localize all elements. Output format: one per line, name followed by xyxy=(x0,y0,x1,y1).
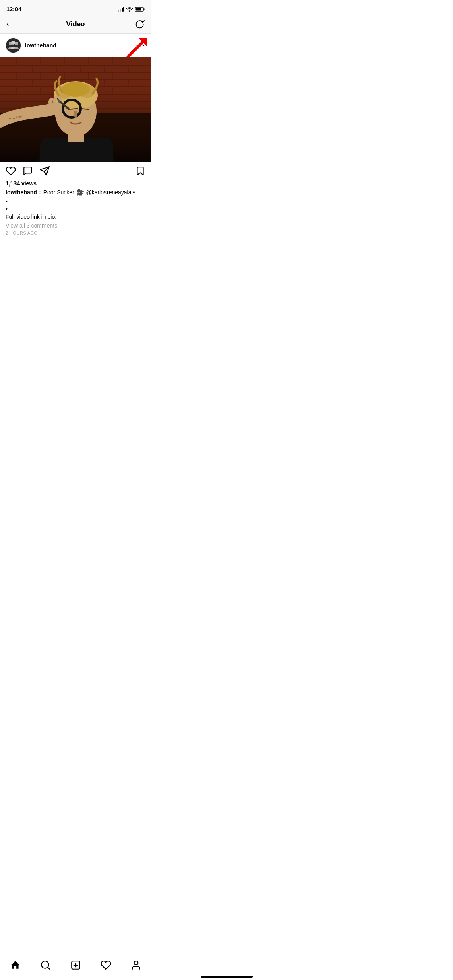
video-thumbnail[interactable]: tattoo xyxy=(0,57,151,162)
time-ago: 2 HOURS AGO xyxy=(6,231,145,235)
action-left-group xyxy=(6,166,50,176)
svg-rect-2 xyxy=(136,8,141,10)
post-header: lowtheband ··· xyxy=(0,34,151,57)
comment-icon xyxy=(23,166,33,176)
more-options-button[interactable]: ··· xyxy=(136,40,145,51)
wifi-icon xyxy=(126,7,133,12)
page-title: Video xyxy=(66,20,85,28)
navigation-header: ‹ Video xyxy=(0,15,151,34)
svg-point-56 xyxy=(62,82,90,97)
refresh-icon xyxy=(134,19,145,29)
refresh-button[interactable] xyxy=(130,19,145,29)
post-user-info[interactable]: lowtheband xyxy=(6,38,56,53)
svg-point-63 xyxy=(57,98,58,99)
share-button[interactable] xyxy=(39,166,50,176)
views-count: 1,134 views xyxy=(6,180,145,187)
more-options-wrapper: ··· xyxy=(136,40,145,51)
svg-point-5 xyxy=(11,41,15,45)
heart-icon xyxy=(6,166,16,176)
full-video-text: Full video link in bio. xyxy=(6,214,145,220)
bookmark-button[interactable] xyxy=(135,166,145,176)
caption-username[interactable]: lowtheband xyxy=(6,189,37,196)
view-comments-button[interactable]: View all 3 comments xyxy=(6,222,145,229)
send-icon xyxy=(39,166,50,176)
svg-point-6 xyxy=(15,42,18,45)
like-button[interactable] xyxy=(6,166,16,176)
battery-icon xyxy=(135,7,145,12)
comment-button[interactable] xyxy=(23,166,33,176)
bullet-1: • xyxy=(6,198,145,205)
bullet-2: • xyxy=(6,206,145,212)
avatar xyxy=(6,38,21,53)
svg-rect-3 xyxy=(6,38,21,53)
status-time: 12:04 xyxy=(6,6,21,12)
status-bar: 12:04 xyxy=(0,0,151,15)
video-scene: tattoo xyxy=(0,57,151,162)
back-button[interactable]: ‹ xyxy=(6,19,21,29)
post-username: lowtheband xyxy=(25,42,56,49)
svg-rect-1 xyxy=(144,8,145,10)
caption-text: = Poor Sucker 🎥: @karlosreneayala • xyxy=(37,189,135,196)
status-icons xyxy=(118,7,145,12)
post-content: 1,134 views lowtheband = Poor Sucker 🎥: … xyxy=(0,180,151,241)
caption: lowtheband = Poor Sucker 🎥: @karlosrenea… xyxy=(6,188,145,197)
signal-icon xyxy=(118,7,125,12)
action-bar xyxy=(0,162,151,180)
bookmark-icon xyxy=(135,166,145,176)
